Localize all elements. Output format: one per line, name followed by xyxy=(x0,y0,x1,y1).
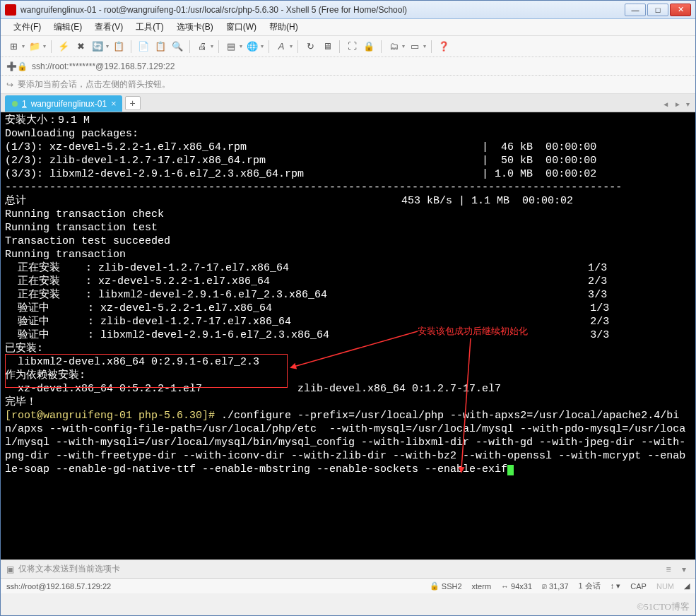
addressbar-plus-icon[interactable]: ➕ xyxy=(6,61,17,71)
resize-grip-icon[interactable]: ◢ xyxy=(684,581,690,591)
tab-menu-icon[interactable]: ▾ xyxy=(685,99,691,109)
menu-help[interactable]: 帮助(H) xyxy=(264,19,304,35)
session-tab[interactable]: 1 wangruifenglinux-01 × xyxy=(5,95,122,112)
refresh-icon[interactable]: ↻ xyxy=(303,40,317,54)
compose-bar-icon[interactable]: ▭ xyxy=(408,40,422,54)
term-line: (3/3): libxml2-devel-2.9.1-6.el7_2.3.x86… xyxy=(5,167,691,181)
compose-options-icon[interactable]: ▾ xyxy=(678,564,690,575)
term-line: ----------------------------------------… xyxy=(5,181,691,194)
watermark: ©51CTO博客 xyxy=(637,600,690,613)
status-proto: SSH2 xyxy=(442,582,462,591)
term-line: 正在安装 : xz-devel-5.2.2-1.el7.x86_64 2/3 xyxy=(5,275,691,288)
status-cap: CAP xyxy=(630,582,647,591)
compose-bar[interactable]: ▣ 仅将文本发送到当前选项卡 ≡ ▾ xyxy=(1,559,695,578)
status-pos: 31,37 xyxy=(549,582,569,591)
window-titlebar: wangruifenglinux-01 - root@wangruifeng-0… xyxy=(1,1,695,19)
new-tab-button[interactable]: + xyxy=(125,96,141,110)
position-icon: ⎚ xyxy=(542,582,547,591)
hint-bar: ↪ 要添加当前会话，点击左侧的箭头按钮。 xyxy=(1,76,695,94)
hint-text: 要添加当前会话，点击左侧的箭头按钮。 xyxy=(18,78,170,90)
tab-next-icon[interactable]: ► xyxy=(673,99,683,109)
lock-small-icon: 🔒 xyxy=(17,61,28,71)
status-size: 94x31 xyxy=(511,582,532,591)
reconnect-icon[interactable]: 🔄 xyxy=(90,40,105,54)
term-line: Downloading packages: xyxy=(5,127,691,141)
term-line: 正在安装 : zlib-devel-1.2.7-17.el7.x86_64 1/… xyxy=(5,261,691,275)
connect-icon[interactable]: ⚡ xyxy=(57,40,71,54)
maximize-button[interactable]: □ xyxy=(647,4,668,16)
term-line: (1/3): xz-devel-5.2.2-1.el7.x86_64.rpm |… xyxy=(5,141,691,154)
tile-horizontal-icon[interactable]: ▤ xyxy=(224,40,238,54)
sessions-tree-icon[interactable]: 🗂 xyxy=(387,40,401,54)
term-line: 验证中 : xz-devel-5.2.2-1.el7.x86_64 1/3 xyxy=(5,302,691,315)
minimize-button[interactable]: — xyxy=(625,4,646,16)
open-folder-icon[interactable]: 📁 xyxy=(28,40,42,54)
menu-bar: 文件(F) 编辑(E) 查看(V) 工具(T) 选项卡(B) 窗口(W) 帮助(… xyxy=(1,19,695,36)
print-icon[interactable]: 🖨 xyxy=(195,40,209,54)
tab-bar: 1 wangruifenglinux-01 × + ◄ ► ▾ xyxy=(1,94,695,112)
term-line: Running transaction xyxy=(5,248,691,261)
term-line: 已安装: xyxy=(5,342,691,355)
menu-file[interactable]: 文件(F) xyxy=(8,19,47,35)
screen-icon[interactable]: 🖥 xyxy=(320,40,334,54)
globe-icon[interactable]: 🌐 xyxy=(245,40,259,54)
status-connection: ssh://root@192.168.57.129:22 xyxy=(6,582,420,591)
app-icon xyxy=(5,4,16,16)
menu-view[interactable]: 查看(V) xyxy=(89,19,129,35)
menu-tools[interactable]: 工具(T) xyxy=(130,19,169,35)
term-line: xz-devel.x86_64 0:5.2.2-1.el7 zlib-devel… xyxy=(5,382,691,396)
term-line: 验证中 : libxml2-devel-2.9.1-6.el7_2.3.x86_… xyxy=(5,328,691,342)
close-button[interactable]: ✕ xyxy=(670,4,691,16)
fullscreen-icon[interactable]: ⛶ xyxy=(345,40,359,54)
tab-label: wangruifenglinux-01 xyxy=(31,99,107,109)
connection-status-icon xyxy=(12,101,18,107)
term-line: 安装大小：9.1 M xyxy=(5,114,691,127)
compose-placeholder: 仅将文本发送到当前选项卡 xyxy=(18,563,120,575)
prompt: [root@wangruifeng-01 php-5.6.30]# xyxy=(5,410,221,422)
term-line: 正在安装 : libxml2-devel-2.9.1-6.el7_2.3.x86… xyxy=(5,288,691,302)
lock-status-icon: 🔒 xyxy=(430,581,440,591)
term-line: 总计 453 kB/s | 1.1 MB 00:00:02 xyxy=(5,194,691,208)
find-icon[interactable]: 🔍 xyxy=(170,40,184,54)
terminal-pane[interactable]: 安装大小：9.1 M Downloading packages: (1/3): … xyxy=(1,112,695,559)
lock-icon[interactable]: 🔒 xyxy=(362,40,376,54)
term-line: Running transaction check xyxy=(5,208,691,221)
tab-close-icon[interactable]: × xyxy=(111,98,117,109)
font-icon[interactable]: A xyxy=(274,40,288,54)
compose-menu-icon[interactable]: ≡ xyxy=(663,564,674,575)
status-term: xterm xyxy=(472,582,492,591)
menu-edit[interactable]: 编辑(E) xyxy=(48,19,88,35)
term-line: (2/3): zlib-devel-1.2.7-17.el7.x86_64.rp… xyxy=(5,154,691,167)
term-line: 作为依赖被安装: xyxy=(5,369,691,382)
menu-options[interactable]: 选项卡(B) xyxy=(171,19,219,35)
term-line: Running transaction test xyxy=(5,221,691,235)
cursor-icon xyxy=(507,465,514,475)
term-line: libxml2-devel.x86_64 0:2.9.1-6.el7_2.3 xyxy=(5,355,691,369)
status-session: 1 会话 xyxy=(579,581,601,591)
term-line: 完毕！ xyxy=(5,396,691,409)
disconnect-icon[interactable]: ✖ xyxy=(73,40,88,54)
window-title: wangruifenglinux-01 - root@wangruifeng-0… xyxy=(20,5,625,15)
term-line: 验证中 : zlib-devel-1.2.7-17.el7.x86_64 2/3 xyxy=(5,315,691,328)
size-icon: ↔ xyxy=(501,582,509,591)
status-bar: ssh://root@192.168.57.129:22 🔒SSH2 xterm… xyxy=(1,578,695,593)
toolbar: ⊞▾ 📁▾ ⚡ ✖ 🔄▾ 📋 📄 📋 🔍 🖨▾ ▤▾ 🌐▾ A▾ ↻ 🖥 ⛶ 🔒… xyxy=(1,36,695,57)
paste-icon[interactable]: 📋 xyxy=(153,40,167,54)
properties-icon[interactable]: 📋 xyxy=(112,40,126,54)
arrow-add-icon[interactable]: ↪ xyxy=(6,80,13,90)
tab-prev-icon[interactable]: ◄ xyxy=(661,99,671,109)
term-line: Transaction test succeeded xyxy=(5,235,691,248)
copy-icon[interactable]: 📄 xyxy=(136,40,151,54)
term-command-line: [root@wangruifeng-01 php-5.6.30]# ./conf… xyxy=(5,409,691,476)
address-bar: ➕ 🔒 ssh://root:********@192.168.57.129:2… xyxy=(1,57,695,76)
tab-index: 1 xyxy=(22,99,27,109)
compose-toggle-icon[interactable]: ▣ xyxy=(6,564,14,574)
new-session-icon[interactable]: ⊞ xyxy=(6,40,20,54)
address-text[interactable]: ssh://root:********@192.168.57.129:22 xyxy=(32,61,175,71)
annotation-text: 安装该包成功后继续初始化 xyxy=(418,324,528,338)
menu-window[interactable]: 窗口(W) xyxy=(220,19,262,35)
help-icon[interactable]: ❓ xyxy=(437,40,451,54)
